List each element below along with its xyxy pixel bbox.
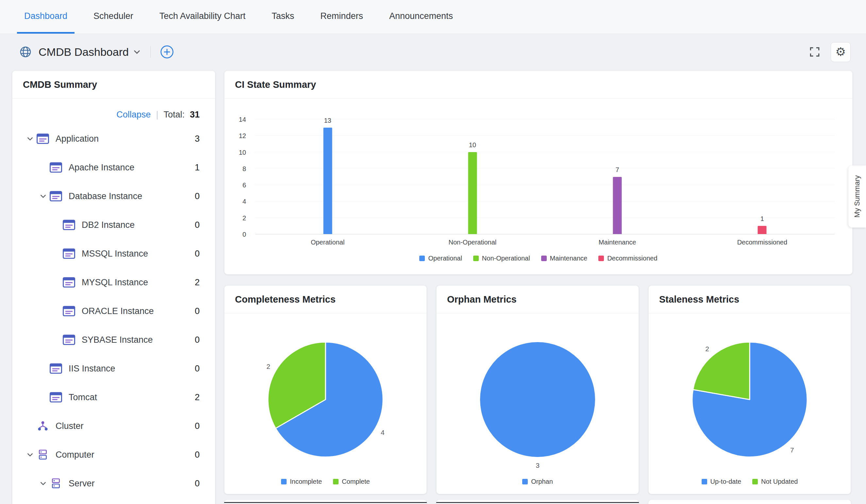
x-axis-label: Non-Operational [449,239,497,246]
my-summary-label: My Summary [853,175,862,218]
top-navigation: DashboardSchedulerTech Availability Char… [0,0,866,34]
header-divider [150,46,151,58]
tree-item-server[interactable]: Server0 [12,469,215,498]
tree-item-count: 2 [195,277,200,288]
staleness-legend: Up-to-dateNot Updated [649,478,851,485]
bar-value-label: 7 [616,166,619,174]
tree-item-cluster[interactable]: Cluster0 [12,412,215,440]
slice-not-updated[interactable] [693,342,750,400]
legend-complete[interactable]: Complete [333,478,370,485]
legend-label: Non-Operational [482,255,530,262]
expand-chevron-icon[interactable] [37,192,50,200]
legend-incomplete[interactable]: Incomplete [281,478,322,485]
legend-label: Decommissioned [607,255,657,262]
orphan-metrics-title: Orphan Metrics [436,286,639,313]
fullscreen-icon[interactable] [809,46,821,58]
partial-card [648,500,851,504]
bar-decommissioned[interactable] [758,226,767,234]
legend-up-to-date[interactable]: Up-to-date [702,478,742,485]
bar-non-operational[interactable] [468,152,477,234]
expand-chevron-icon[interactable] [23,451,37,459]
legend-label: Up-to-date [710,478,742,485]
tree-item-apache-instance[interactable]: Apache Instance1 [12,153,215,182]
tree-item-label: MSSQL Instance [82,249,148,259]
slice-orphan[interactable] [480,342,595,457]
tree-item-sybase-instance[interactable]: SYBASE Instance0 [12,325,215,354]
expand-chevron-icon[interactable] [23,135,37,142]
tree-item-count: 3 [195,134,200,144]
completeness-metrics-card: Completeness Metrics 42 IncompleteComple… [224,285,427,494]
tab-announcements[interactable]: Announcements [382,0,460,34]
bar-value-label: 13 [324,117,331,124]
tree-item-tomcat[interactable]: Tomcat2 [12,383,215,412]
legend-decommissioned[interactable]: Decommissioned [598,255,657,262]
tab-tasks[interactable]: Tasks [264,0,301,34]
bar-operational[interactable] [323,128,332,234]
tree-item-iis-instance[interactable]: IIS Instance0 [12,354,215,383]
staleness-pie-chart: 72 [649,334,851,465]
cmdb-tree: Application3Apache Instance1Database Ins… [12,124,215,504]
completeness-pie-chart: 42 [224,334,426,465]
tree-item-label: Computer [56,450,95,460]
settings-gear-icon[interactable]: ⚙ [831,42,851,62]
bar-maintenance[interactable] [613,177,622,234]
legend-swatch [702,479,707,484]
application-icon [50,191,62,202]
legend-swatch [473,255,479,261]
my-summary-tab[interactable]: My Summary [848,165,866,228]
legend-label: Not Updated [761,478,798,485]
legend-swatch [419,255,425,261]
expand-chevron-icon[interactable] [37,480,50,488]
tree-item-db2-instance[interactable]: DB2 Instance0 [12,210,215,239]
tree-item-label: Database Instance [69,191,142,202]
application-icon [63,277,75,288]
page-title: CMDB Dashboard [38,46,129,58]
total-value: 31 [190,110,200,120]
tab-tech-availability-chart[interactable]: Tech Availability Chart [152,0,253,34]
tree-item-count: 0 [195,249,200,259]
tree-item-label: ORACLE Instance [82,306,154,316]
legend-not-updated[interactable]: Not Updated [752,478,798,485]
add-widget-icon[interactable] [160,45,174,59]
tree-item-count: 0 [195,421,200,431]
separator: | [156,110,158,120]
legend-maintenance[interactable]: Maintenance [541,255,588,262]
tree-item-mssql-instance[interactable]: MSSQL Instance0 [12,239,215,268]
tree-item-label: DB2 Instance [82,220,135,230]
tree-item-oracle-instance[interactable]: ORACLE Instance0 [12,297,215,325]
ci-state-bar-chart: 0246810121413Operational10Non-Operationa… [232,119,835,234]
orphan-metrics-card: Orphan Metrics 3 Orphan [436,285,639,494]
tab-reminders[interactable]: Reminders [313,0,370,34]
legend-label: Operational [428,255,462,262]
tree-item-count: 0 [195,364,200,374]
total-label: Total: [163,110,185,120]
cmdb-summary-title: CMDB Summary [12,71,215,99]
tree-item-computer[interactable]: Computer0 [12,440,215,469]
tree-item-application[interactable]: Application3 [12,124,215,153]
legend-label: Incomplete [290,478,322,485]
legend-operational[interactable]: Operational [419,255,462,262]
globe-icon [19,45,32,58]
tree-item-label: Tomcat [69,392,97,402]
tree-item-label: Server [69,479,95,489]
chevron-down-icon[interactable] [133,48,141,56]
tab-scheduler[interactable]: Scheduler [86,0,141,34]
tab-dashboard[interactable]: Dashboard [17,0,75,34]
tree-item-count: 2 [195,392,200,402]
tree-item-database-instance[interactable]: Database Instance0 [12,182,215,210]
completeness-metrics-title: Completeness Metrics [224,286,426,313]
tree-item-mysql-instance[interactable]: MYSQL Instance2 [12,268,215,297]
dashboard-header: CMDB Dashboard ⚙ [0,34,866,70]
legend-orphan[interactable]: Orphan [522,478,553,485]
slice-value-label: 7 [790,446,794,454]
legend-non-operational[interactable]: Non-Operational [473,255,530,262]
application-icon [63,220,75,230]
tree-item-count: 0 [195,450,200,460]
x-axis-label: Maintenance [599,239,636,246]
legend-label: Orphan [531,478,553,485]
application-icon [50,392,62,402]
tree-item-count: 0 [195,335,200,345]
legend-swatch [598,255,604,261]
collapse-link[interactable]: Collapse [116,110,151,120]
ci-state-summary-card: CI State Summary 0246810121413Operationa… [224,70,853,275]
